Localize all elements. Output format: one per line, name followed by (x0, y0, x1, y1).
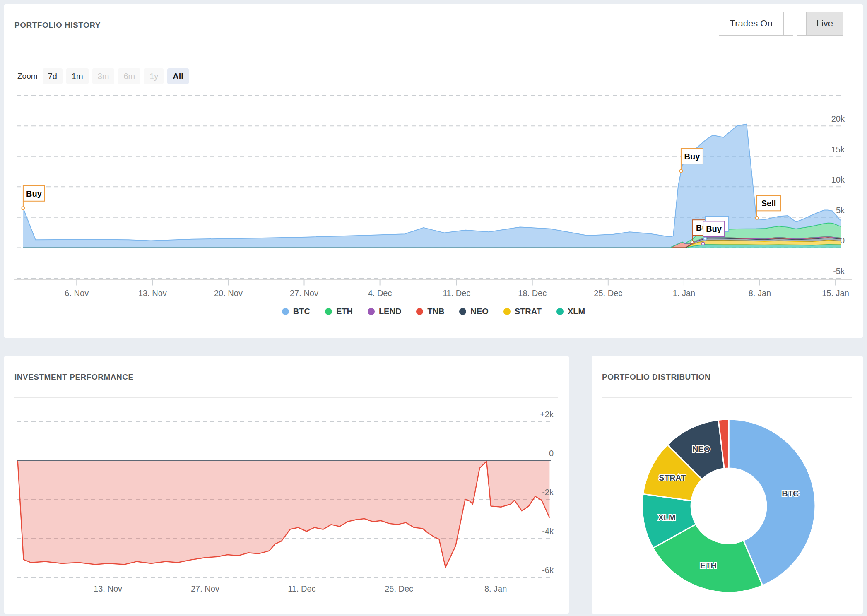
legend-marker-icon (503, 308, 511, 315)
trades-on-button[interactable]: Trades On (719, 12, 784, 36)
portfolio-history-title: PORTFOLIO HISTORY (14, 21, 101, 30)
live-toggle-cap[interactable] (797, 12, 807, 36)
legend-label: TNB (427, 307, 444, 316)
portfolio-distribution-title: PORTFOLIO DISTRIBUTION (602, 373, 710, 382)
zoom-button-6m[interactable]: 6m (118, 68, 140, 84)
trades-toggle-group: Trades On (719, 12, 793, 36)
trades-toggle-cap[interactable] (783, 12, 793, 36)
legend-label: ETH (336, 307, 353, 316)
legend-label: LEND (379, 307, 401, 316)
legend-marker-icon (282, 308, 289, 315)
live-button[interactable]: Live (806, 12, 843, 36)
legend-label: BTC (293, 307, 310, 316)
zoom-label: Zoom (17, 72, 38, 81)
portfolio-distribution-panel: PORTFOLIO DISTRIBUTION (592, 356, 863, 614)
zoom-range-selector: Zoom 7d1m3m6m1yAll (17, 68, 193, 84)
chart-controls: Trades On Live (719, 12, 843, 36)
legend-marker-icon (416, 308, 423, 315)
legend-item-neo[interactable]: NEO (459, 307, 488, 316)
header-divider (14, 47, 852, 47)
series-legend: BTCETHLENDTNBNEOSTRATXLM (4, 307, 863, 316)
legend-marker-icon (368, 308, 375, 315)
legend-item-tnb[interactable]: TNB (416, 307, 444, 316)
zoom-button-1y[interactable]: 1y (144, 68, 164, 84)
zoom-button-7d[interactable]: 7d (43, 68, 63, 84)
investment-performance-panel: INVESTMENT PERFORMANCE (4, 356, 569, 614)
zoom-buttons: 7d1m3m6m1yAll (43, 68, 193, 84)
legend-marker-icon (325, 308, 332, 315)
legend-label: XLM (568, 307, 585, 316)
legend-item-btc[interactable]: BTC (282, 307, 310, 316)
portfolio-history-panel: PORTFOLIO HISTORY Trades On Live Zoom 7d… (4, 4, 863, 338)
header-divider (602, 397, 852, 398)
legend-label: NEO (470, 307, 488, 316)
live-toggle-group: Live (797, 12, 843, 36)
zoom-button-3m[interactable]: 3m (92, 68, 115, 84)
zoom-button-1m[interactable]: 1m (66, 68, 89, 84)
legend-label: STRAT (515, 307, 542, 316)
legend-marker-icon (556, 308, 564, 315)
legend-item-eth[interactable]: ETH (325, 307, 353, 316)
legend-item-lend[interactable]: LEND (368, 307, 401, 316)
header-divider (14, 397, 558, 398)
legend-marker-icon (459, 308, 466, 315)
zoom-button-all[interactable]: All (167, 68, 189, 84)
legend-item-strat[interactable]: STRAT (503, 307, 542, 316)
legend-item-xlm[interactable]: XLM (556, 307, 585, 316)
investment-performance-title: INVESTMENT PERFORMANCE (14, 373, 134, 382)
